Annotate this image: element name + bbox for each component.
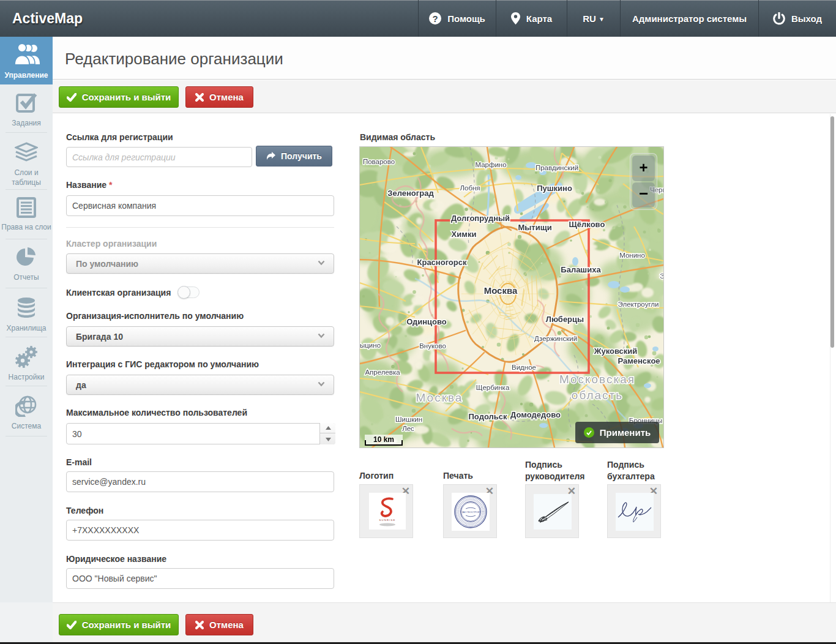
svg-text:SUNRISE: SUNRISE: [379, 519, 395, 522]
svg-text:Красногорск: Красногорск: [417, 258, 467, 267]
svg-text:Мытищи: Мытищи: [518, 223, 551, 232]
svg-text:Апрелевка: Апрелевка: [365, 369, 400, 376]
svg-text:Лес: Лес: [402, 425, 414, 432]
svg-text:Видное: Видное: [512, 364, 536, 371]
svg-text:Щёлково: Щёлково: [569, 220, 605, 229]
svg-text:Пушкино: Пушкино: [537, 184, 572, 193]
svg-text:Люберцы: Люберцы: [546, 315, 584, 324]
svg-text:Подольск: Подольск: [469, 412, 507, 421]
svg-text:Марфино: Марфино: [475, 161, 506, 168]
svg-text:Электроугли: Электроугли: [618, 301, 659, 308]
svg-text:ыцино: ыцино: [360, 342, 381, 349]
svg-text:Поварово: Поварово: [363, 158, 395, 165]
svg-text:Внуково: Внуково: [419, 342, 446, 350]
svg-text:Химки: Химки: [452, 230, 477, 239]
svg-text:Одинцово: Одинцово: [406, 317, 447, 326]
svg-text:Монино: Монино: [619, 252, 645, 259]
svg-text:Шишкин: Шишкин: [395, 416, 422, 423]
svg-text:Москва: Москва: [484, 285, 518, 296]
svg-text:ЗАО ГЕОСТРОЙ: ЗАО ГЕОСТРОЙ: [461, 511, 480, 514]
svg-text:Москва: Москва: [416, 391, 463, 404]
svg-text:Дзержинский: Дзержинский: [534, 335, 577, 342]
svg-text:Раменское: Раменское: [618, 356, 660, 365]
svg-text:Э: Э: [660, 272, 663, 280]
svg-text:Балашиха: Балашиха: [561, 265, 601, 274]
svg-text:Правдинский: Правдинский: [536, 164, 578, 171]
svg-text:Долгопрудный: Долгопрудный: [451, 214, 510, 223]
svg-text:Жуковский: Жуковский: [594, 346, 638, 356]
svg-text:Домодедово: Домодедово: [510, 410, 561, 419]
svg-text:область: область: [572, 389, 623, 402]
svg-text:Щербинка: Щербинка: [476, 384, 510, 391]
svg-text:Московская: Московская: [559, 373, 635, 386]
svg-text:Лобня: Лобня: [460, 184, 480, 192]
svg-text:Зеленоград: Зеленоград: [387, 189, 434, 198]
